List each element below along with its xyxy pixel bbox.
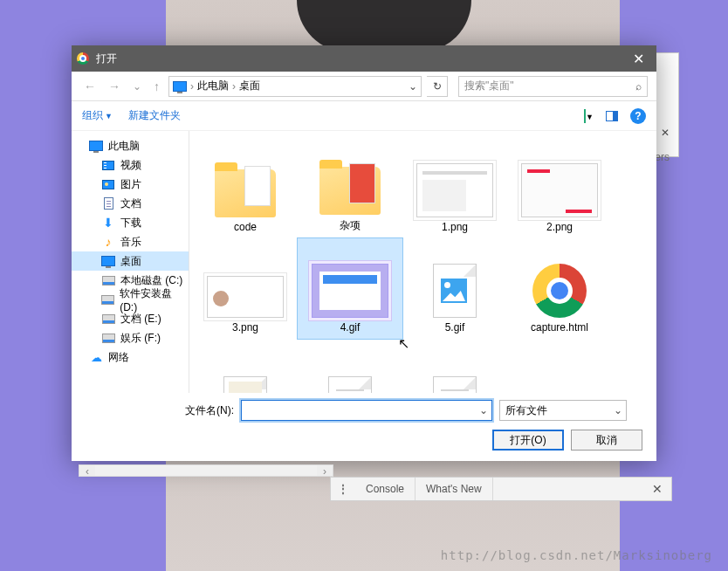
filename-input[interactable] [242,401,476,420]
tree-node[interactable]: 软件安装盘 (D:) [72,290,189,309]
file-label: capture.html [531,321,588,334]
filename-label: 文件名(N): [86,403,234,418]
tree-node[interactable]: ☁网络 [72,347,189,367]
dl-icon: ⬇ [101,216,115,230]
chevron-right-icon: › [232,80,236,93]
file-label: 5.gif [445,321,465,334]
scroll-right-button[interactable]: › [317,465,333,476]
mon-icon [101,254,115,268]
tree-label: 文档 (E:) [120,312,161,327]
tree-node[interactable]: 娱乐 (F:) [72,328,189,347]
breadcrumb-dropdown[interactable]: ⌄ [409,80,417,93]
tree-label: 图片 [120,177,141,192]
tree-label: 视频 [120,158,141,173]
file-label: code [234,221,257,233]
scroll-left-button[interactable]: ‹ [79,465,95,476]
tree-node[interactable]: 此电脑 [72,136,189,155]
tree-node[interactable]: 视频 [72,155,189,175]
dialog-close-button[interactable]: ✕ [626,51,651,67]
file-label: 2.png [546,221,573,233]
file-item[interactable]: capture.html [507,238,612,339]
filter-value: 所有文件 [505,403,547,418]
tab-console[interactable]: Console [355,478,416,500]
tree-node[interactable]: ⬇下载 [72,213,189,232]
file-open-dialog: 打开 ✕ ← → ⌄ ↑ › 此电脑 › 桌面 ⌄ ↻ 搜索"桌面" ⌕ 组织▼… [72,45,656,461]
organize-button[interactable]: 组织▼ [82,108,113,123]
breadcrumb-segment[interactable]: 此电脑 [197,79,229,93]
tree-label: 娱乐 (F:) [120,331,161,346]
tree-node[interactable]: 图片 [72,175,189,194]
search-icon: ⌕ [635,80,642,93]
chevron-right-icon: › [190,80,194,93]
doc-icon [101,196,115,210]
file-item[interactable]: 4.gif [298,238,402,339]
computer-icon [173,81,187,92]
open-button[interactable]: 打开(O) [492,430,564,451]
cancel-button[interactable]: 取消 [571,430,642,451]
nav-back-button[interactable]: ← [80,78,100,95]
tree-label: 此电脑 [108,139,140,154]
dialog-title: 打开 [96,52,117,66]
disk-icon [101,273,115,287]
file-item[interactable] [402,339,507,393]
devtools-menu-button[interactable]: ⋮ [331,483,355,495]
file-label: 杂项 [340,218,361,233]
file-item[interactable] [298,339,402,393]
disk-icon [101,312,115,326]
file-item[interactable]: code [193,138,298,238]
filename-combobox[interactable]: ⌄ [241,400,492,421]
new-folder-button[interactable]: 新建文件夹 [128,108,181,123]
search-placeholder: 搜索"桌面" [464,79,514,93]
background-text-fragment: ers [655,151,670,163]
filename-dropdown-button[interactable]: ⌄ [476,404,491,416]
toolbar: 组织▼ 新建文件夹 ▼ ? [72,101,656,131]
tree-label: 下载 [120,216,141,230]
breadcrumb-segment[interactable]: 桌面 [239,79,260,93]
file-item[interactable]: 杂项 [298,138,402,238]
dialog-titlebar[interactable]: 打开 ✕ [72,45,656,72]
file-item[interactable]: 2.png [507,138,612,238]
nav-forward-button[interactable]: → [105,78,124,95]
music-icon: ♪ [101,235,115,249]
breadcrumb[interactable]: › 此电脑 › 桌面 ⌄ [168,76,422,97]
devtools-close-button[interactable]: ✕ [643,482,671,496]
horizontal-scrollbar[interactable]: ‹ › [79,464,333,477]
background-tab-close-icon[interactable]: ✕ [661,127,670,139]
file-item[interactable]: 3.png [193,238,298,339]
dialog-footer: 文件名(N): ⌄ 所有文件 ⌄ 打开(O) 取消 [72,393,656,461]
mon-icon [89,139,103,153]
file-item[interactable] [193,339,298,393]
file-item[interactable]: 1.png [402,138,507,238]
file-list[interactable]: code杂项1.png2.png3.png4.gif5.gifcapture.h… [189,131,656,393]
file-type-filter[interactable]: 所有文件 ⌄ [499,400,627,421]
nav-up-button[interactable]: ↑ [150,78,163,95]
file-label: 3.png [232,321,258,334]
tree-node[interactable]: ♪音乐 [72,232,189,251]
nav-recent-dropdown[interactable]: ⌄ [129,79,145,94]
tree-label: 软件安装盘 (D:) [120,286,189,313]
tree-label: 文档 [120,196,141,211]
navigation-row: ← → ⌄ ↑ › 此电脑 › 桌面 ⌄ ↻ 搜索"桌面" ⌕ [72,72,656,101]
tab-whats-new[interactable]: What's New [416,478,493,500]
disk-icon [101,331,115,345]
tree-label: 音乐 [120,235,141,250]
watermark-text: http://blog.csdn.net/Marksinoberg [441,548,712,562]
search-input[interactable]: 搜索"桌面" ⌕ [458,76,648,97]
help-button[interactable]: ? [630,108,646,124]
folder-tree[interactable]: 此电脑视频图片文档⬇下载♪音乐桌面本地磁盘 (C:)软件安装盘 (D:)文档 (… [72,131,189,393]
tree-label: 网络 [108,350,129,365]
devtools-tabbar: ⋮ Console What's New ✕ [330,477,672,501]
disk-icon [101,292,114,306]
filter-dropdown-button[interactable]: ⌄ [610,404,626,416]
tree-node[interactable]: 桌面 [72,251,189,271]
video-icon [101,158,115,172]
file-item[interactable]: 5.gif [402,238,507,339]
view-mode-button[interactable]: ▼ [584,110,594,122]
tree-node[interactable]: 文档 [72,194,189,213]
chrome-icon [77,52,89,65]
net-icon: ☁ [89,350,103,364]
pic-icon [101,177,115,191]
refresh-button[interactable]: ↻ [427,76,448,97]
file-label: 4.gif [340,321,361,334]
preview-pane-button[interactable] [606,111,618,121]
